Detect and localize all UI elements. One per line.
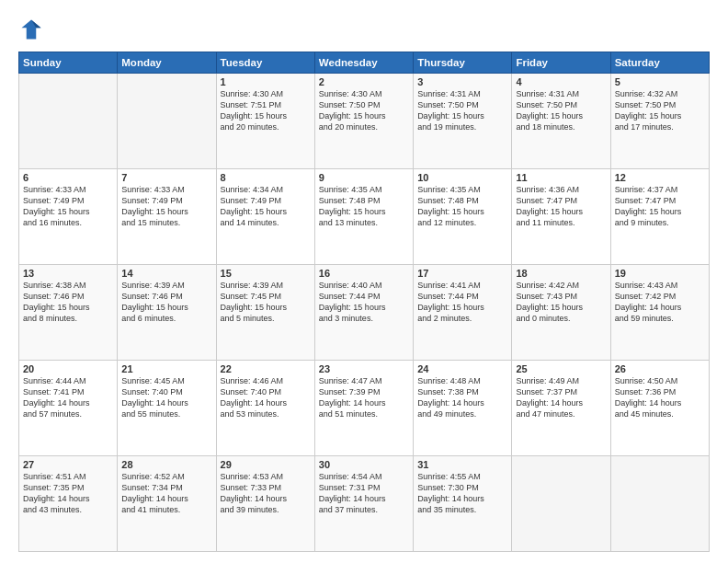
calendar-week-row: 27Sunrise: 4:51 AM Sunset: 7:35 PM Dayli… — [19, 456, 710, 552]
calendar-cell: 16Sunrise: 4:40 AM Sunset: 7:44 PM Dayli… — [314, 265, 413, 361]
day-info: Sunrise: 4:54 AM Sunset: 7:31 PM Dayligh… — [319, 471, 409, 516]
day-info: Sunrise: 4:36 AM Sunset: 7:47 PM Dayligh… — [516, 184, 606, 229]
calendar-cell: 29Sunrise: 4:53 AM Sunset: 7:33 PM Dayli… — [216, 456, 314, 552]
day-of-week-header: Friday — [512, 52, 610, 74]
calendar-cell: 30Sunrise: 4:54 AM Sunset: 7:31 PM Dayli… — [314, 456, 413, 552]
day-info: Sunrise: 4:39 AM Sunset: 7:46 PM Dayligh… — [121, 280, 211, 325]
day-number: 30 — [319, 459, 409, 470]
day-info: Sunrise: 4:49 AM Sunset: 7:37 PM Dayligh… — [516, 375, 606, 420]
logo-icon — [18, 17, 44, 42]
calendar-cell: 11Sunrise: 4:36 AM Sunset: 7:47 PM Dayli… — [512, 169, 610, 265]
calendar-cell: 21Sunrise: 4:45 AM Sunset: 7:40 PM Dayli… — [118, 361, 216, 456]
day-number: 8 — [221, 172, 311, 183]
day-number: 1 — [221, 76, 311, 87]
day-number: 12 — [615, 172, 705, 183]
calendar-week-row: 13Sunrise: 4:38 AM Sunset: 7:46 PM Dayli… — [19, 265, 710, 361]
calendar-cell: 19Sunrise: 4:43 AM Sunset: 7:42 PM Dayli… — [610, 265, 709, 361]
day-info: Sunrise: 4:33 AM Sunset: 7:49 PM Dayligh… — [23, 184, 113, 229]
day-number: 29 — [221, 459, 311, 470]
calendar-cell: 14Sunrise: 4:39 AM Sunset: 7:46 PM Dayli… — [118, 265, 216, 361]
svg-marker-0 — [22, 20, 41, 40]
day-info: Sunrise: 4:35 AM Sunset: 7:48 PM Dayligh… — [319, 184, 409, 229]
logo — [18, 17, 48, 42]
day-number: 20 — [23, 363, 113, 374]
calendar-cell: 1Sunrise: 4:30 AM Sunset: 7:51 PM Daylig… — [216, 74, 314, 169]
day-number: 31 — [417, 459, 507, 470]
day-info: Sunrise: 4:53 AM Sunset: 7:33 PM Dayligh… — [221, 471, 311, 516]
day-of-week-header: Sunday — [19, 52, 118, 74]
calendar-cell: 3Sunrise: 4:31 AM Sunset: 7:50 PM Daylig… — [414, 74, 512, 169]
calendar-cell: 5Sunrise: 4:32 AM Sunset: 7:50 PM Daylig… — [610, 74, 709, 169]
day-number: 9 — [319, 172, 409, 183]
day-info: Sunrise: 4:51 AM Sunset: 7:35 PM Dayligh… — [23, 471, 113, 516]
calendar-cell: 17Sunrise: 4:41 AM Sunset: 7:44 PM Dayli… — [414, 265, 512, 361]
day-number: 22 — [221, 363, 311, 374]
day-info: Sunrise: 4:37 AM Sunset: 7:47 PM Dayligh… — [615, 184, 705, 229]
calendar-cell: 20Sunrise: 4:44 AM Sunset: 7:41 PM Dayli… — [19, 361, 118, 456]
calendar-cell — [19, 74, 118, 169]
day-info: Sunrise: 4:43 AM Sunset: 7:42 PM Dayligh… — [615, 280, 705, 325]
days-of-week-row: SundayMondayTuesdayWednesdayThursdayFrid… — [19, 52, 710, 74]
calendar-cell: 28Sunrise: 4:52 AM Sunset: 7:34 PM Dayli… — [118, 456, 216, 552]
day-number: 10 — [417, 172, 507, 183]
day-info: Sunrise: 4:30 AM Sunset: 7:50 PM Dayligh… — [319, 88, 409, 133]
day-number: 5 — [615, 76, 705, 87]
calendar-cell: 27Sunrise: 4:51 AM Sunset: 7:35 PM Dayli… — [19, 456, 118, 552]
day-of-week-header: Tuesday — [216, 52, 314, 74]
day-info: Sunrise: 4:30 AM Sunset: 7:51 PM Dayligh… — [221, 88, 311, 133]
day-number: 13 — [23, 268, 113, 279]
calendar-cell: 12Sunrise: 4:37 AM Sunset: 7:47 PM Dayli… — [610, 169, 709, 265]
page: SundayMondayTuesdayWednesdayThursdayFrid… — [0, 0, 728, 563]
calendar-header: SundayMondayTuesdayWednesdayThursdayFrid… — [19, 52, 710, 74]
day-number: 6 — [23, 172, 113, 183]
day-number: 3 — [417, 76, 507, 87]
calendar-cell: 31Sunrise: 4:55 AM Sunset: 7:30 PM Dayli… — [414, 456, 512, 552]
day-info: Sunrise: 4:38 AM Sunset: 7:46 PM Dayligh… — [23, 280, 113, 325]
day-number: 2 — [319, 76, 409, 87]
day-number: 18 — [516, 268, 606, 279]
day-info: Sunrise: 4:39 AM Sunset: 7:45 PM Dayligh… — [221, 280, 311, 325]
calendar-cell: 23Sunrise: 4:47 AM Sunset: 7:39 PM Dayli… — [314, 361, 413, 456]
calendar-cell: 26Sunrise: 4:50 AM Sunset: 7:36 PM Dayli… — [610, 361, 709, 456]
day-number: 4 — [516, 76, 606, 87]
day-number: 21 — [121, 363, 211, 374]
calendar-cell — [610, 456, 709, 552]
calendar-week-row: 20Sunrise: 4:44 AM Sunset: 7:41 PM Dayli… — [19, 361, 710, 456]
day-info: Sunrise: 4:44 AM Sunset: 7:41 PM Dayligh… — [23, 375, 113, 420]
day-number: 15 — [221, 268, 311, 279]
day-number: 14 — [121, 268, 211, 279]
day-info: Sunrise: 4:50 AM Sunset: 7:36 PM Dayligh… — [615, 375, 705, 420]
day-number: 27 — [23, 459, 113, 470]
calendar-cell — [512, 456, 610, 552]
day-info: Sunrise: 4:31 AM Sunset: 7:50 PM Dayligh… — [516, 88, 606, 133]
day-info: Sunrise: 4:34 AM Sunset: 7:49 PM Dayligh… — [221, 184, 311, 229]
day-number: 7 — [121, 172, 211, 183]
calendar-cell: 8Sunrise: 4:34 AM Sunset: 7:49 PM Daylig… — [216, 169, 314, 265]
day-number: 23 — [319, 363, 409, 374]
day-info: Sunrise: 4:45 AM Sunset: 7:40 PM Dayligh… — [121, 375, 211, 420]
day-of-week-header: Wednesday — [314, 52, 413, 74]
day-info: Sunrise: 4:32 AM Sunset: 7:50 PM Dayligh… — [615, 88, 705, 133]
day-number: 25 — [516, 363, 606, 374]
calendar-week-row: 6Sunrise: 4:33 AM Sunset: 7:49 PM Daylig… — [19, 169, 710, 265]
day-info: Sunrise: 4:40 AM Sunset: 7:44 PM Dayligh… — [319, 280, 409, 325]
day-number: 28 — [121, 459, 211, 470]
calendar-table: SundayMondayTuesdayWednesdayThursdayFrid… — [18, 52, 710, 552]
day-number: 17 — [417, 268, 507, 279]
calendar-body: 1Sunrise: 4:30 AM Sunset: 7:51 PM Daylig… — [19, 74, 710, 552]
calendar-cell: 9Sunrise: 4:35 AM Sunset: 7:48 PM Daylig… — [314, 169, 413, 265]
day-of-week-header: Saturday — [610, 52, 709, 74]
day-info: Sunrise: 4:47 AM Sunset: 7:39 PM Dayligh… — [319, 375, 409, 420]
day-info: Sunrise: 4:48 AM Sunset: 7:38 PM Dayligh… — [417, 375, 507, 420]
calendar-cell: 18Sunrise: 4:42 AM Sunset: 7:43 PM Dayli… — [512, 265, 610, 361]
calendar-cell: 7Sunrise: 4:33 AM Sunset: 7:49 PM Daylig… — [118, 169, 216, 265]
day-number: 16 — [319, 268, 409, 279]
day-info: Sunrise: 4:55 AM Sunset: 7:30 PM Dayligh… — [417, 471, 507, 516]
calendar-cell: 22Sunrise: 4:46 AM Sunset: 7:40 PM Dayli… — [216, 361, 314, 456]
calendar-cell: 24Sunrise: 4:48 AM Sunset: 7:38 PM Dayli… — [414, 361, 512, 456]
day-of-week-header: Monday — [118, 52, 216, 74]
calendar-cell: 25Sunrise: 4:49 AM Sunset: 7:37 PM Dayli… — [512, 361, 610, 456]
day-info: Sunrise: 4:35 AM Sunset: 7:48 PM Dayligh… — [417, 184, 507, 229]
day-number: 24 — [417, 363, 507, 374]
day-info: Sunrise: 4:33 AM Sunset: 7:49 PM Dayligh… — [121, 184, 211, 229]
